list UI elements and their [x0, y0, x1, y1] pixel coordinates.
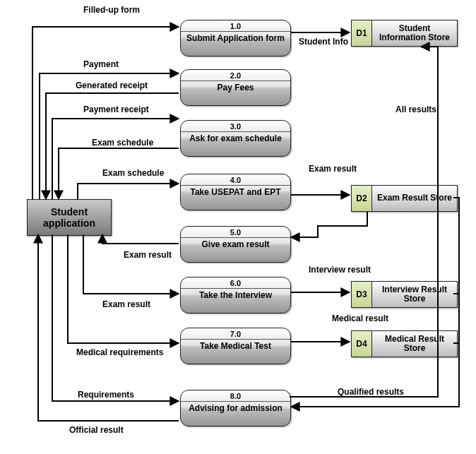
process-num: 1.0: [181, 20, 290, 32]
label-official-result: Official result: [69, 425, 124, 435]
process-num: 2.0: [181, 70, 290, 81]
label-exam-schedule-out: Exam schedule: [92, 138, 153, 148]
store-label: Medical Result Store: [372, 331, 457, 357]
label-payment: Payment: [83, 59, 119, 69]
process-num: 5.0: [181, 227, 290, 238]
dfd-canvas: Student application 1.0 Submit Applicati…: [0, 0, 476, 454]
process-label: Pay Fees: [181, 81, 290, 93]
process-label: Advising for admission: [181, 402, 290, 414]
store-d1-student-info: D1 Student Information Store: [351, 20, 458, 47]
label-medical-result: Medical result: [332, 313, 388, 323]
process-label: Take Medical Test: [181, 340, 290, 352]
store-label: Exam Result Store: [372, 186, 457, 211]
process-label: Take USEPAT and EPT: [181, 186, 290, 198]
process-4-take-usepat-ept: 4.0 Take USEPAT and EPT: [180, 174, 291, 210]
label-interview-result: Interview result: [309, 265, 371, 275]
label-all-results: All results: [395, 104, 436, 114]
process-3-ask-exam-schedule: 3.0 Ask for exam schedule: [180, 120, 291, 157]
label-qualified-results: Qualified results: [338, 387, 404, 397]
store-id: D1: [352, 20, 372, 46]
process-label: Ask for exam schedule: [181, 132, 290, 144]
label-requirements: Requirements: [78, 390, 134, 400]
store-id: D3: [352, 282, 372, 307]
process-num: 6.0: [181, 277, 290, 289]
entity-student-application: Student application: [27, 199, 112, 236]
process-label: Give exam result: [181, 238, 290, 250]
label-student-info: Student Info: [299, 37, 348, 47]
process-8-advising: 8.0 Advising for admission: [180, 390, 291, 426]
process-label: Submit Application form: [181, 32, 290, 44]
process-2-pay-fees: 2.0 Pay Fees: [180, 69, 291, 106]
process-num: 7.0: [181, 328, 290, 340]
label-exam-result-to-interview: Exam result: [102, 299, 150, 309]
label-exam-result-to-store: Exam result: [309, 164, 357, 174]
store-id: D4: [352, 331, 372, 357]
store-d4-medical-result: D4 Medical Result Store: [351, 330, 458, 357]
store-label: Interview Result Store: [372, 282, 457, 307]
label-exam-schedule-in: Exam schedule: [102, 168, 164, 178]
label-exam-result-back: Exam result: [124, 250, 172, 260]
process-5-give-exam-result: 5.0 Give exam result: [180, 226, 291, 263]
label-generated-receipt: Generated receipt: [76, 80, 148, 90]
label-filled-up-form: Filled-up form: [83, 5, 140, 15]
store-label: Student Information Store: [372, 20, 457, 46]
store-d3-interview-result: D3 Interview Result Store: [351, 281, 458, 308]
store-id: D2: [352, 186, 372, 211]
label-payment-receipt: Payment receipt: [83, 104, 149, 114]
process-7-take-medical: 7.0 Take Medical Test: [180, 328, 291, 364]
process-1-submit-application: 1.0 Submit Application form: [180, 20, 291, 56]
store-d2-exam-result: D2 Exam Result Store: [351, 185, 458, 212]
process-num: 4.0: [181, 174, 290, 186]
process-num: 3.0: [181, 121, 290, 132]
label-medical-requirements: Medical requirements: [76, 347, 163, 357]
process-num: 8.0: [181, 390, 290, 402]
process-6-take-interview: 6.0 Take the Interview: [180, 277, 291, 313]
process-label: Take the Interview: [181, 289, 290, 301]
